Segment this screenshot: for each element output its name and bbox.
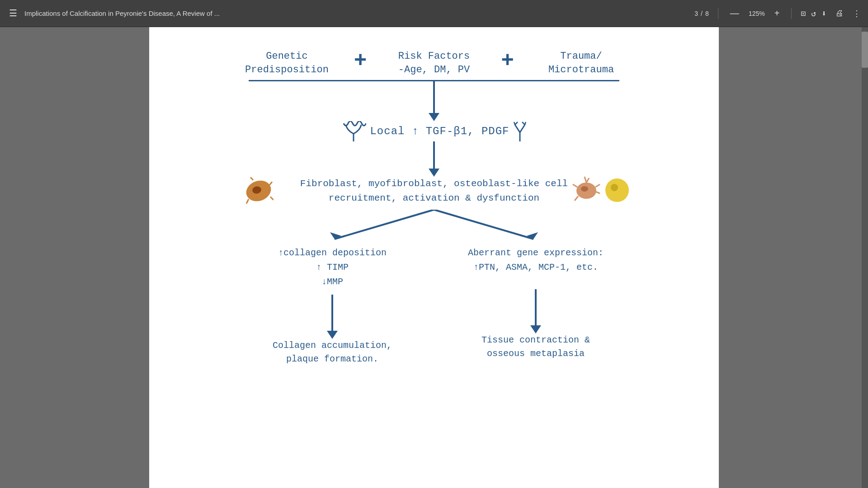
cell-line2: recruitment, activation & dysfunction xyxy=(329,193,539,203)
arrow-down-left xyxy=(327,295,338,339)
page-total: 8 xyxy=(705,10,709,17)
cell-round-icon xyxy=(604,176,631,203)
diagonal-arrows-svg xyxy=(231,210,637,246)
print-button[interactable]: 🖨 xyxy=(835,9,844,18)
arrow-down-2 xyxy=(429,141,439,177)
arrow-down-1 xyxy=(429,81,439,121)
svg-line-12 xyxy=(270,197,274,200)
antibody-icon-right xyxy=(513,121,527,141)
svg-line-17 xyxy=(586,178,589,183)
ptn-text: ↑PTN, ASMA, MCP-1, etc. xyxy=(473,262,598,272)
scrollbar-track[interactable] xyxy=(862,27,868,488)
bottom-right-line1: Tissue contraction & xyxy=(481,335,590,345)
more-options-button[interactable]: ⋮ xyxy=(853,9,861,19)
svg-point-23 xyxy=(611,184,618,191)
genetic-line1: Genetic xyxy=(266,51,307,62)
svg-line-16 xyxy=(585,177,586,183)
zoom-level[interactable]: 125% xyxy=(745,10,768,17)
bottom-left-text: Collagen accumulation, plaque formation. xyxy=(273,339,392,366)
plus-sign-2: + xyxy=(490,50,525,76)
svg-line-18 xyxy=(595,184,600,187)
trauma-line2: Microtrauma xyxy=(548,64,614,75)
collagen-text: ↑collagen deposition xyxy=(278,248,387,258)
timp-text: ↑ TIMP xyxy=(316,262,349,272)
svg-line-7 xyxy=(525,122,526,125)
bottom-right-text: Tissue contraction & osseous metaplasia xyxy=(481,333,590,361)
arrow-head-1 xyxy=(429,113,439,121)
risk-line1: Risk Factors xyxy=(398,51,470,62)
diagonal-arrows-container xyxy=(231,210,637,246)
arrow-head-2 xyxy=(429,169,439,177)
diagram: Genetic Predisposition + Risk Factors -A… xyxy=(149,27,719,488)
plus-sign-1: + xyxy=(343,50,378,76)
svg-line-20 xyxy=(573,184,577,187)
trauma-line1: Trauma/ xyxy=(560,51,602,62)
arrow-shaft-2 xyxy=(433,141,435,169)
left-column: ↑collagen deposition ↑ TIMP ↓MMP Collage… xyxy=(231,246,434,366)
menu-icon[interactable]: ☰ xyxy=(7,6,19,21)
bottom-left-line1: Collagen accumulation, xyxy=(273,340,392,351)
zoom-in-button[interactable]: + xyxy=(772,7,783,19)
right-column: Aberrant gene expression: ↑PTN, ASMA, MC… xyxy=(434,246,637,361)
svg-line-11 xyxy=(269,182,272,185)
risk-factors-box: Risk Factors -Age, DM, PV xyxy=(378,50,491,76)
right-col-text: Aberrant gene expression: ↑PTN, ASMA, MC… xyxy=(468,246,604,275)
document-title: Implications of Calcification in Peyroni… xyxy=(24,9,689,17)
svg-line-26 xyxy=(434,210,533,239)
svg-line-21 xyxy=(575,196,578,201)
antibody-icon-left xyxy=(341,121,366,141)
arrow-down-right xyxy=(530,289,541,333)
zoom-out-button[interactable]: — xyxy=(727,7,742,19)
cell-row: Fibroblast, myofibroblast, osteoblast-li… xyxy=(231,177,637,205)
rotate-button[interactable]: ↺ xyxy=(811,9,816,19)
bottom-left-line2: plaque formation. xyxy=(286,354,378,364)
toolbar-right: ⬇ 🖨 ⋮ xyxy=(821,9,861,19)
page-current[interactable]: 3 xyxy=(694,10,698,17)
arrow-shaft-right xyxy=(535,289,537,325)
svg-line-2 xyxy=(515,125,520,132)
tgf-row: Local ↑ TGF-β1, PDGF xyxy=(341,121,526,141)
cell-line1: Fibroblast, myofibroblast, osteoblast-li… xyxy=(300,178,568,189)
bottom-right-line2: osseous metaplasia xyxy=(487,348,585,359)
page-separator: / xyxy=(701,10,703,17)
zoom-controls: — 125% + xyxy=(727,7,783,19)
main-content: Genetic Predisposition + Risk Factors -A… xyxy=(0,27,868,488)
risk-line2: -Age, DM, PV xyxy=(398,64,470,75)
page-navigation: 3 / 8 xyxy=(694,10,708,17)
svg-point-15 xyxy=(581,186,588,192)
arrow-head-right xyxy=(530,325,541,333)
svg-line-24 xyxy=(335,210,434,239)
top-factors-row: Genetic Predisposition + Risk Factors -A… xyxy=(231,50,637,76)
arrow-shaft-1 xyxy=(433,81,435,113)
divider2 xyxy=(791,8,792,19)
genetic-line2: Predisposition xyxy=(245,64,329,75)
scrollbar-thumb[interactable] xyxy=(862,32,868,68)
svg-point-22 xyxy=(605,178,629,202)
left-col-text: ↑collagen deposition ↑ TIMP ↓MMP xyxy=(278,246,387,289)
svg-line-13 xyxy=(250,177,253,180)
svg-line-19 xyxy=(595,192,600,193)
fit-page-button[interactable]: ⊡ xyxy=(801,9,806,19)
trauma-box: Trauma/ Microtrauma xyxy=(525,50,637,76)
arrow-head-left xyxy=(327,331,338,339)
genetic-predisposition-box: Genetic Predisposition xyxy=(231,50,343,76)
svg-line-10 xyxy=(246,199,249,203)
tgf-text: Local ↑ TGF-β1, PDGF xyxy=(370,125,509,137)
svg-line-5 xyxy=(515,122,518,125)
mmp-text: ↓MMP xyxy=(321,277,343,287)
osteoblast-icon xyxy=(572,174,601,204)
fibroblast-icon xyxy=(244,176,274,206)
download-button[interactable]: ⬇ xyxy=(821,9,826,19)
aberrant-text: Aberrant gene expression: xyxy=(468,248,604,258)
divider xyxy=(718,8,718,19)
two-column-section: ↑collagen deposition ↑ TIMP ↓MMP Collage… xyxy=(231,246,637,366)
toolbar: ☰ Implications of Calcification in Peyro… xyxy=(0,0,868,27)
pdf-page: Genetic Predisposition + Risk Factors -A… xyxy=(149,27,719,488)
arrow-shaft-left xyxy=(331,295,333,331)
svg-line-3 xyxy=(520,125,525,132)
